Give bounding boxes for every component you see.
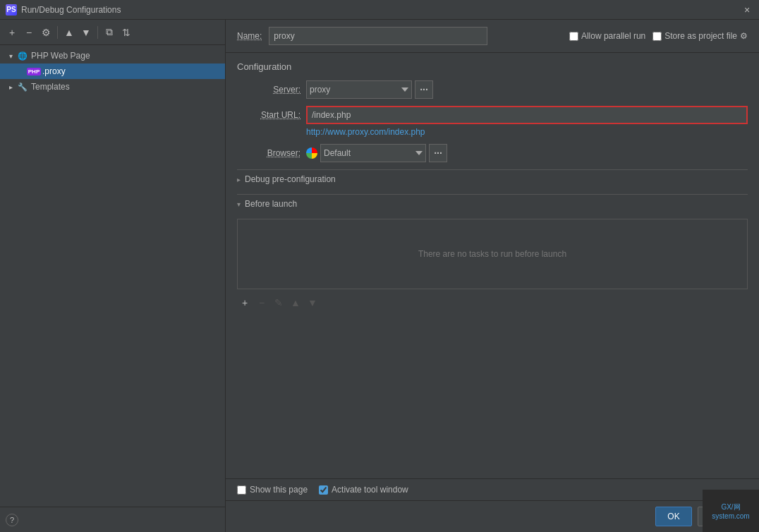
browser-select[interactable]: Default bbox=[320, 144, 426, 162]
add-task-button[interactable]: + bbox=[237, 295, 253, 310]
close-button[interactable]: × bbox=[741, 4, 753, 16]
chevron-down-icon: ▾ bbox=[237, 200, 241, 208]
main-container: + − ⚙ ▲ ▼ ⧉ ⇅ ▾ 🌐 PHP Web Page PHP bbox=[0, 20, 759, 532]
tree-label-php-web-page: PHP Web Page bbox=[31, 51, 90, 61]
tree-item-templates[interactable]: ▸ 🔧 Templates bbox=[0, 79, 225, 95]
title-bar: PS Run/Debug Configurations × bbox=[0, 0, 759, 20]
before-launch-empty-area: There are no tasks to run before launch bbox=[237, 219, 748, 289]
before-launch-empty-text: There are no tasks to run before launch bbox=[418, 249, 566, 259]
dialog-title: Run/Debug Configurations bbox=[21, 5, 121, 15]
debug-preconfig-header[interactable]: ▸ Debug pre-configuration bbox=[237, 169, 748, 188]
name-label: Name: bbox=[237, 31, 262, 41]
config-header: Name: Allow parallel run Store as projec… bbox=[226, 20, 759, 53]
start-url-label: Start URL: bbox=[237, 110, 300, 120]
store-project-check-container: Store as project file ⚙ bbox=[652, 31, 748, 41]
browser-label: Browser: bbox=[237, 148, 300, 158]
allow-parallel-check-container: Allow parallel run bbox=[569, 31, 645, 41]
browser-row: Browser: Default ··· bbox=[237, 144, 748, 162]
dialog-footer: OK Cancel bbox=[226, 500, 759, 532]
browser-more-button[interactable]: ··· bbox=[429, 144, 447, 162]
chrome-icon bbox=[306, 147, 317, 159]
allow-parallel-checkbox[interactable] bbox=[569, 32, 578, 41]
watermark: GX/网 system.com bbox=[703, 490, 759, 532]
edit-task-button: ✎ bbox=[271, 295, 286, 310]
php-icon: PHP bbox=[28, 66, 40, 77]
tree-item-proxy[interactable]: PHP .proxy bbox=[0, 64, 225, 79]
server-more-button[interactable]: ··· bbox=[415, 80, 433, 99]
before-launch-content: There are no tasks to run before launch … bbox=[237, 219, 748, 325]
templates-icon: 🔧 bbox=[17, 81, 28, 92]
ok-button[interactable]: OK bbox=[655, 507, 691, 526]
config-body: Configuration Server: proxy ··· Start UR… bbox=[226, 53, 759, 478]
store-project-label: Store as project file bbox=[664, 31, 737, 41]
chevron-right-icon: ▸ bbox=[237, 176, 241, 183]
before-launch-label: Before launch bbox=[245, 199, 297, 209]
name-input[interactable] bbox=[269, 27, 487, 45]
configuration-section-title: Configuration bbox=[237, 61, 748, 72]
toolbar-separator-2 bbox=[97, 26, 98, 39]
bottom-checks: Show this page Activate tool window bbox=[226, 478, 759, 500]
watermark-line1: GX/网 bbox=[721, 502, 740, 512]
config-tree: ▾ 🌐 PHP Web Page PHP .proxy ▸ 🔧 Template… bbox=[0, 45, 225, 507]
web-page-icon: 🌐 bbox=[17, 50, 28, 61]
browser-select-wrapper: Default ··· bbox=[306, 144, 447, 162]
gear-icon: ⚙ bbox=[740, 31, 748, 41]
allow-parallel-label: Allow parallel run bbox=[581, 31, 645, 41]
show-page-check-container: Show this page bbox=[237, 485, 308, 495]
move-task-down-button: ▼ bbox=[305, 295, 320, 310]
activate-tool-label: Activate tool window bbox=[332, 485, 408, 495]
right-panel-content: Name: Allow parallel run Store as projec… bbox=[226, 20, 759, 532]
left-panel-footer: ? bbox=[0, 507, 225, 532]
move-down-button[interactable]: ▼ bbox=[78, 25, 94, 40]
add-config-button[interactable]: + bbox=[4, 25, 20, 40]
spacer bbox=[17, 66, 27, 76]
tree-label-proxy: .proxy bbox=[42, 66, 66, 76]
tree-label-templates: Templates bbox=[31, 82, 70, 92]
help-button[interactable]: ? bbox=[6, 514, 18, 526]
server-label: Server: bbox=[237, 85, 300, 95]
watermark-line2: system.com bbox=[712, 512, 749, 520]
show-page-label: Show this page bbox=[250, 485, 308, 495]
left-panel: + − ⚙ ▲ ▼ ⧉ ⇅ ▾ 🌐 PHP Web Page PHP bbox=[0, 20, 226, 532]
chevron-down-icon: ▾ bbox=[6, 51, 16, 61]
app-icon: PS bbox=[6, 4, 17, 16]
chevron-right-icon: ▸ bbox=[6, 82, 16, 92]
move-task-up-button: ▲ bbox=[288, 295, 303, 310]
start-url-row: Start URL: bbox=[237, 106, 748, 124]
url-preview-link[interactable]: http://www.proxy.com/index.php bbox=[306, 127, 748, 137]
left-toolbar: + − ⚙ ▲ ▼ ⧉ ⇅ bbox=[0, 20, 225, 45]
server-select[interactable]: proxy bbox=[306, 80, 412, 99]
store-project-checkbox[interactable] bbox=[652, 32, 662, 41]
activate-tool-check-container: Activate tool window bbox=[319, 485, 408, 495]
move-up-button[interactable]: ▲ bbox=[61, 25, 77, 40]
before-launch-header[interactable]: ▾ Before launch bbox=[237, 194, 748, 213]
start-url-input[interactable] bbox=[306, 106, 748, 124]
sort-button[interactable]: ⇅ bbox=[119, 25, 134, 40]
right-panel: Name: Allow parallel run Store as projec… bbox=[226, 20, 759, 532]
settings-button[interactable]: ⚙ bbox=[38, 25, 54, 40]
server-select-wrapper: proxy ··· bbox=[306, 80, 433, 99]
show-page-checkbox[interactable] bbox=[237, 485, 246, 495]
remove-task-button: − bbox=[254, 295, 269, 310]
debug-preconfig-label: Debug pre-configuration bbox=[245, 174, 336, 184]
server-row: Server: proxy ··· bbox=[237, 80, 748, 99]
remove-config-button[interactable]: − bbox=[21, 25, 37, 40]
copy-config-button[interactable]: ⧉ bbox=[102, 25, 117, 40]
tree-item-php-web-page[interactable]: ▾ 🌐 PHP Web Page bbox=[0, 48, 225, 64]
activate-tool-checkbox[interactable] bbox=[319, 485, 328, 495]
toolbar-separator-1 bbox=[57, 26, 58, 39]
before-launch-toolbar: + − ✎ ▲ ▼ bbox=[237, 295, 748, 310]
